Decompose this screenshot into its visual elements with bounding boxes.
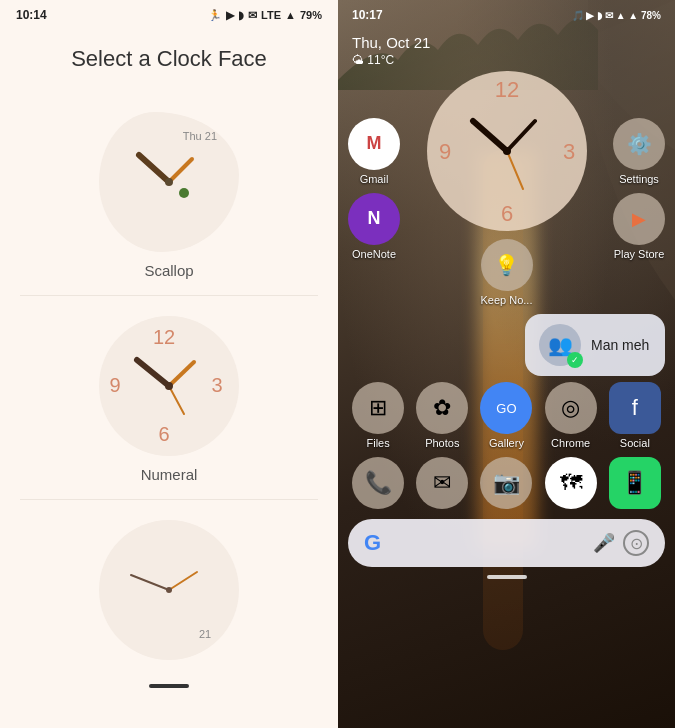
- app-gallery-icon[interactable]: GOGallery: [480, 382, 532, 449]
- numeral-clock-face: 12 3 6 9: [99, 316, 239, 456]
- app-gmail-icon[interactable]: MGmail: [348, 118, 400, 185]
- onenote-icon-label: OneNote: [352, 248, 396, 260]
- app-maps-dock-icon[interactable]: 🗺: [545, 457, 597, 509]
- lte-label: LTE: [261, 9, 281, 21]
- mic-icon[interactable]: 🎤: [593, 532, 615, 554]
- wa-check: ✓: [571, 355, 579, 365]
- whatsapp-contact-badge: ✓: [567, 352, 583, 368]
- bottom-nav-indicator: [487, 575, 527, 579]
- gmail-icon-label: Gmail: [360, 173, 389, 185]
- lens-icon[interactable]: ⊙: [623, 530, 649, 556]
- svg-text:6: 6: [158, 423, 169, 445]
- keep-icon-label: Keep No...: [481, 294, 533, 306]
- scallop-label: Scallop: [144, 262, 193, 279]
- clock-options-list: Thu 21 Scallop 12: [0, 92, 338, 676]
- app-playstore-icon[interactable]: ▶Play Store: [613, 193, 665, 260]
- social-icon-circle: f: [609, 382, 661, 434]
- mail-icon: ✉: [248, 9, 257, 22]
- clock-face-selector: 10:14 🏃 ▶ ◗ ✉ LTE ▲ 79% Select a Clock F…: [0, 0, 338, 728]
- scallop-clock-face: Thu 21: [99, 112, 239, 252]
- svg-text:9: 9: [109, 374, 120, 396]
- messages-dock-icon-circle: ✉: [416, 457, 468, 509]
- gallery-icon-circle: GO: [480, 382, 532, 434]
- numeral-clock-svg: 12 3 6 9: [99, 316, 239, 456]
- large-clock-widget: 12 3 6 9: [427, 71, 587, 231]
- app-messages-dock-icon[interactable]: ✉: [416, 457, 468, 509]
- svg-text:9: 9: [438, 139, 450, 164]
- signal-strength-icon: ▲: [285, 9, 296, 21]
- clock-option-numeral[interactable]: 12 3 6 9 Numeral: [20, 296, 318, 500]
- svg-text:3: 3: [211, 374, 222, 396]
- svg-point-15: [166, 587, 172, 593]
- slim-clock-svg: 21: [99, 520, 239, 660]
- app-whatsapp-dock-icon[interactable]: 📱: [609, 457, 661, 509]
- svg-point-2: [165, 178, 173, 186]
- status-icons: 🎵 ▶ ◗ ✉ ▲ ▲ 78%: [572, 10, 661, 21]
- keep-icon-circle: 💡: [481, 239, 533, 291]
- chrome-icon-label: Chrome: [551, 437, 590, 449]
- svg-point-32: [503, 147, 511, 155]
- svg-text:12: 12: [494, 77, 518, 102]
- app-photos-icon[interactable]: ✿Photos: [416, 382, 468, 449]
- svg-line-9: [169, 362, 194, 386]
- svg-line-1: [169, 159, 192, 182]
- svg-text:21: 21: [199, 628, 211, 640]
- chrome-icon-circle: ◎: [545, 382, 597, 434]
- svg-line-13: [169, 572, 197, 590]
- gmail-icon-circle: M: [348, 118, 400, 170]
- svg-line-30: [507, 121, 535, 151]
- whatsapp-dock-icon-circle: 📱: [609, 457, 661, 509]
- svg-text:12: 12: [153, 326, 175, 348]
- playstore-icon-circle: ▶: [613, 193, 665, 245]
- app-camera-dock-icon[interactable]: 📷: [480, 457, 532, 509]
- phone-dock-icon-circle: 📞: [352, 457, 404, 509]
- photos-icon-label: Photos: [425, 437, 459, 449]
- date: Thu, Oct 21: [352, 34, 661, 51]
- clock-option-scallop[interactable]: Thu 21 Scallop: [20, 92, 318, 296]
- search-bar[interactable]: G 🎤 ⊙: [348, 519, 665, 567]
- bottom-nav-indicator-left: [149, 684, 189, 688]
- weather: 🌤 11°C: [352, 53, 661, 67]
- playstore-icon-label: Play Store: [614, 248, 665, 260]
- photos-icon-circle: ✿: [416, 382, 468, 434]
- app-phone-dock-icon[interactable]: 📞: [352, 457, 404, 509]
- contact-bubble[interactable]: 👥 ✓ Man meh: [525, 314, 665, 376]
- status-icons-left: 🏃 ▶ ◗ ✉ LTE ▲ 79%: [208, 9, 322, 22]
- slim-clock-face: 21: [99, 520, 239, 660]
- home-screen: 10:17 🏃 ▶ ◗ ✉ ▲ ▲ 78% Thu, Oct 21 🌤 11°C: [338, 0, 675, 728]
- svg-text:6: 6: [500, 201, 512, 226]
- youtube-icon: ▶: [226, 9, 234, 22]
- contact-display-name: Man meh: [591, 337, 649, 353]
- app-keep-icon[interactable]: 💡Keep No...: [481, 239, 533, 306]
- svg-line-10: [169, 386, 184, 414]
- app-chrome-icon[interactable]: ◎Chrome: [545, 382, 597, 449]
- google-g: G: [364, 530, 381, 556]
- svg-point-11: [165, 382, 173, 390]
- onenote-icon-circle: N: [348, 193, 400, 245]
- settings-icon-circle: ⚙️: [613, 118, 665, 170]
- signal-icon: 🏃: [208, 9, 222, 22]
- time-left: 10:14: [16, 8, 47, 22]
- app-row-3: ⊞Files✿PhotosGOGallery◎ChromefSocial: [338, 382, 675, 453]
- app-social-icon[interactable]: fSocial: [609, 382, 661, 449]
- page-title: Select a Clock Face: [71, 46, 267, 72]
- clock-widget-area: MGmailNOneNote 12 3 6 9 💡Keep No...⚙️Set…: [338, 71, 675, 314]
- battery-left: 79%: [300, 9, 322, 21]
- contact-avatar: 👥 ✓: [539, 324, 581, 366]
- svg-point-3: [179, 188, 189, 198]
- social-icon-label: Social: [620, 437, 650, 449]
- app-files-icon[interactable]: ⊞Files: [352, 382, 404, 449]
- numeral-label: Numeral: [141, 466, 198, 483]
- clock-center: 12 3 6 9 💡Keep No...: [427, 71, 587, 306]
- svg-line-8: [137, 360, 169, 386]
- svg-line-31: [507, 151, 523, 189]
- app-settings-icon[interactable]: ⚙️Settings: [613, 118, 665, 185]
- app-onenote-icon[interactable]: NOneNote: [348, 193, 400, 260]
- maps-dock-icon-circle: 🗺: [545, 457, 597, 509]
- files-icon-circle: ⊞: [352, 382, 404, 434]
- camera-dock-icon-circle: 📷: [480, 457, 532, 509]
- clock-option-slim[interactable]: 21: [20, 500, 318, 676]
- files-icon-label: Files: [366, 437, 389, 449]
- gallery-icon-label: Gallery: [489, 437, 524, 449]
- svg-line-12: [131, 575, 169, 590]
